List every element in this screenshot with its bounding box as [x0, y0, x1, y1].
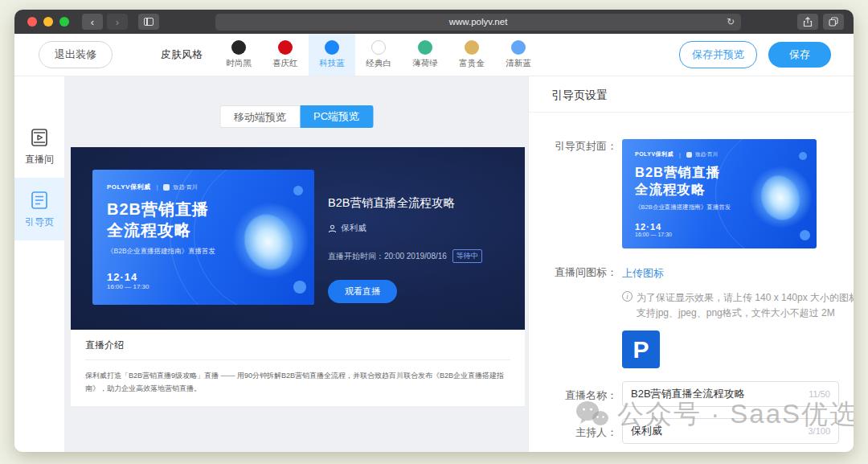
preview-hero-section: POLYV保利威 | 致趋·百川 B2B营销直播 全流程攻略 《B2B企业直播搭…	[71, 147, 525, 330]
url-text: www.polyv.net	[449, 17, 508, 27]
preview-mode-tabs: 移动端预览 PC端预览	[219, 105, 373, 128]
partner-logo-mark	[686, 152, 692, 158]
banner-subtitle: 《B2B企业直播搭建指南》直播首发	[635, 203, 731, 211]
live-start-time-row: 直播开始时间：20:00 2019/08/16 等待中	[328, 249, 510, 263]
share-button[interactable]	[797, 14, 818, 30]
live-room-icon	[29, 127, 50, 148]
theme-option-mint-green[interactable]: 薄荷绿	[402, 34, 448, 76]
banner-brand-row: POLYV保利威 | 致趋·百川	[635, 150, 718, 158]
theme-option-white[interactable]: 经典白	[355, 34, 402, 76]
upload-hint: i 为了保证显示效果，请上传 140 x 140px 大小的图标，支持jpg、j…	[622, 290, 854, 320]
live-title: B2B营销直播全流程攻略	[328, 195, 510, 211]
theme-option-black[interactable]: 时尚黑	[215, 34, 262, 76]
divider	[85, 359, 510, 360]
copy-icon	[829, 17, 838, 27]
skin-style-label: 皮肤风格	[161, 47, 203, 62]
banner-dot	[293, 281, 306, 294]
status-badge: 等待中	[452, 249, 482, 263]
banner-datetime: 12·14 16:00 — 17:30	[107, 271, 149, 290]
tab-mobile-preview[interactable]: 移动端预览	[219, 105, 300, 128]
sidebar-icon	[144, 18, 154, 26]
polyv-logo: POLYV保利威	[635, 150, 674, 158]
polyv-logo: POLYV保利威	[107, 183, 150, 191]
theme-option-red[interactable]: 喜庆红	[262, 34, 309, 76]
theme-option-tech-blue[interactable]: 科技蓝	[309, 34, 355, 76]
live-intro-section: 直播介绍 保利威打造「B2B营销直播9级攻略」直播 —— 用90分钟拆解B2B营…	[71, 330, 525, 406]
banner-dot	[293, 186, 303, 195]
cover-label: 引导页封面：	[545, 139, 617, 248]
host-input[interactable]: 保利威 3/100	[622, 418, 839, 444]
tab-pc-preview[interactable]: PC端预览	[300, 105, 373, 128]
divider: |	[156, 183, 158, 191]
banner-title: B2B营销直播 全流程攻略	[107, 199, 209, 240]
share-icon	[803, 17, 813, 27]
theme-label: 科技蓝	[319, 58, 345, 69]
banner-datetime: 12·14 16:00 — 17:30	[635, 222, 672, 237]
sidebar-toggle-button[interactable]	[138, 14, 159, 30]
theme-swatch	[231, 40, 246, 55]
theme-list: 时尚黑 喜庆红 科技蓝 经典白 薄荷绿 富贵金	[215, 34, 542, 76]
browser-window: ‹ › www.polyv.net ↻ 退出装修 皮肤风格 时尚黑	[14, 10, 854, 452]
theme-swatch	[418, 40, 432, 55]
save-and-preview-button[interactable]: 保存并预览	[679, 41, 757, 68]
live-info-column: B2B营销直播全流程攻略 保利威 直播开始时间：20:00 2019/08/16…	[328, 195, 510, 303]
tabs-overview-button[interactable]	[823, 14, 844, 30]
exit-decoration-button[interactable]: 退出装修	[39, 41, 113, 68]
room-icon-label: 直播间图标：	[545, 265, 617, 368]
live-intro-body: 保利威打造「B2B营销直播9级攻略」直播 —— 用90分钟拆解B2B营销直播全流…	[85, 369, 510, 395]
theme-swatch	[325, 40, 339, 55]
maximize-window-button[interactable]	[59, 17, 69, 27]
banner-title: B2B营销直播 全流程攻略	[635, 164, 720, 199]
watch-live-button[interactable]: 观看直播	[328, 280, 397, 303]
live-name-value: B2B营销直播全流程攻略	[631, 387, 804, 401]
close-window-button[interactable]	[27, 17, 37, 27]
save-button[interactable]: 保存	[768, 42, 831, 68]
host-value: 保利威	[631, 424, 803, 438]
decoration-toolbar: 退出装修 皮肤风格 时尚黑 喜庆红 科技蓝 经典白 薄荷绿	[14, 34, 854, 76]
browser-chrome: ‹ › www.polyv.net ↻	[14, 10, 854, 34]
landing-page-preview: POLYV保利威 | 致趋·百川 B2B营销直播 全流程攻略 《B2B企业直播搭…	[71, 147, 525, 406]
theme-label: 经典白	[366, 58, 391, 69]
banner-dot	[800, 230, 810, 240]
live-name-input[interactable]: B2B营销直播全流程攻略 11/50	[622, 381, 839, 407]
sidebar-item-live-room[interactable]: 直播间	[14, 115, 64, 178]
address-bar[interactable]: www.polyv.net ↻	[215, 14, 741, 31]
cover-thumbnail[interactable]: POLYV保利威 | 致趋·百川 B2B营销直播 全流程攻略 《B2B企业直播搭…	[622, 139, 817, 248]
landing-page-settings-panel: 引导页设置 引导页封面： POLYV保利威 | 致趋·百川	[528, 76, 854, 452]
partner-logo: 致趋·百川	[695, 151, 718, 158]
banner-subtitle: 《B2B企业直播搭建指南》直播首发	[107, 247, 215, 257]
theme-option-fresh-blue[interactable]: 清新蓝	[495, 34, 542, 76]
upload-hint-text: 为了保证显示效果，请上传 140 x 140px 大小的图标，支持jpg、jpe…	[637, 290, 854, 320]
left-sidebar: 直播间 引导页	[14, 76, 64, 452]
minimize-window-button[interactable]	[43, 17, 53, 27]
sidebar-item-label: 直播间	[25, 153, 54, 166]
partner-logo: 致趋·百川	[173, 183, 197, 191]
live-host-row: 保利威	[328, 223, 510, 234]
host-counter: 3/100	[808, 426, 830, 436]
upload-icon-link[interactable]: 上传图标	[622, 267, 664, 279]
info-icon: i	[622, 291, 633, 302]
back-button[interactable]: ‹	[82, 14, 103, 30]
divider: |	[679, 152, 681, 158]
reload-icon[interactable]: ↻	[727, 16, 735, 27]
theme-option-gold[interactable]: 富贵金	[448, 34, 495, 76]
theme-swatch	[511, 40, 526, 55]
traffic-lights	[27, 17, 69, 27]
theme-swatch	[465, 40, 479, 55]
forward-button[interactable]: ›	[107, 14, 128, 30]
theme-label: 清新蓝	[506, 58, 531, 69]
person-icon	[328, 224, 337, 233]
live-start-time: 直播开始时间：20:00 2019/08/16	[328, 251, 447, 262]
sidebar-item-landing-page[interactable]: 引导页	[14, 178, 64, 240]
live-name-label: 直播名称：	[545, 381, 617, 407]
room-icon-thumbnail[interactable]: P	[622, 331, 660, 368]
sidebar-item-label: 引导页	[25, 216, 54, 229]
banner-brand-row: POLYV保利威 | 致趋·百川	[107, 183, 198, 191]
theme-swatch	[278, 40, 293, 55]
theme-label: 富贵金	[459, 58, 485, 69]
landing-page-icon	[29, 190, 50, 211]
live-cover-image: POLYV保利威 | 致趋·百川 B2B营销直播 全流程攻略 《B2B企业直播搭…	[92, 170, 314, 305]
preview-canvas: 移动端预览 PC端预览 POLYV保利威 |	[64, 76, 528, 452]
banner-dot	[799, 152, 807, 160]
live-name-counter: 11/50	[809, 389, 830, 399]
